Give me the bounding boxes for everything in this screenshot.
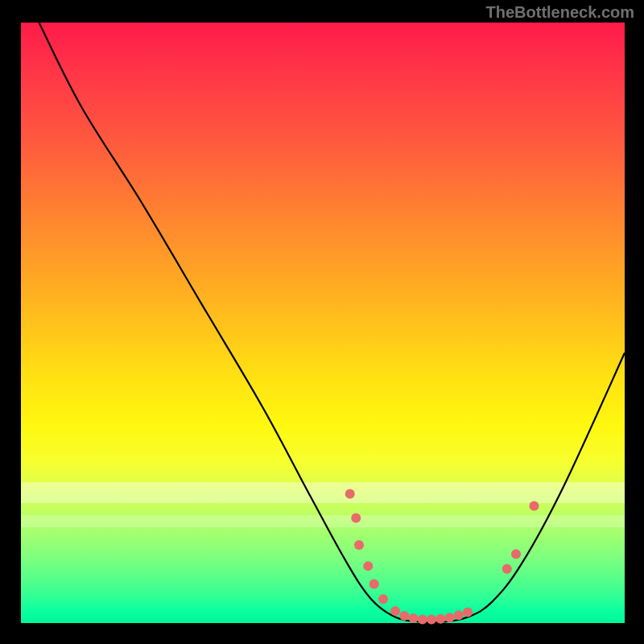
watermark-text: TheBottleneck.com xyxy=(486,3,634,22)
data-point xyxy=(378,594,388,604)
data-point xyxy=(399,611,409,621)
data-point xyxy=(445,613,455,622)
data-point xyxy=(345,489,355,499)
data-point xyxy=(427,615,436,625)
data-point xyxy=(436,614,445,624)
data-point xyxy=(463,608,473,617)
chart-container: TheBottleneck.com xyxy=(0,0,644,644)
bottleneck-curve xyxy=(39,23,625,622)
data-point xyxy=(369,580,379,589)
data-point xyxy=(409,613,419,623)
plot-area xyxy=(21,23,625,623)
data-point xyxy=(390,606,400,616)
data-point xyxy=(530,502,539,511)
data-point xyxy=(351,513,361,522)
chart-svg xyxy=(21,23,625,623)
data-point xyxy=(354,540,364,550)
data-point xyxy=(418,615,427,625)
data-point xyxy=(454,610,464,620)
data-point xyxy=(363,561,373,571)
data-points-group xyxy=(345,489,539,625)
data-point xyxy=(502,564,512,574)
data-point xyxy=(511,549,521,559)
